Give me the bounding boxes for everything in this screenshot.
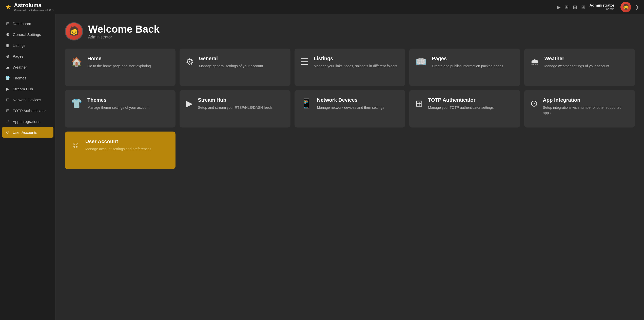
card-pages[interactable]: 📖 Pages Create and publish information p… — [409, 49, 520, 86]
card-user-account[interactable]: ☺ User Account Manage account settings a… — [65, 132, 175, 169]
general-card-description: Manage general settings of your account — [199, 63, 263, 69]
network-devices-icon: ⊡ — [5, 97, 10, 102]
sidebar-label-weather: Weather — [13, 65, 27, 69]
totp-card-content: TOTP Authenticator Manage your TOTP auth… — [428, 97, 494, 110]
logo-area: ★ Astroluma Powered by Astroluma v1.0.0 — [5, 2, 53, 12]
grid-icon[interactable]: ⊟ — [573, 4, 577, 10]
stream-hub-card-icon: ▶ — [186, 98, 193, 109]
welcome-title: Welcome Back — [88, 24, 160, 35]
listings-card-title: Listings — [314, 56, 397, 61]
app-integration-card-description: Setup integrations with number of other … — [543, 105, 629, 116]
totp-card-description: Manage your TOTP authenticator settings — [428, 105, 494, 110]
sidebar-label-listings: Listings — [13, 43, 26, 48]
display-icon[interactable]: ⊞ — [564, 4, 569, 10]
sidebar-item-pages[interactable]: ⊕ Pages — [0, 51, 55, 62]
sidebar-item-weather[interactable]: ☁ Weather — [0, 62, 55, 73]
sidebar-item-dashboard[interactable]: ⊞ Dashboard — [0, 18, 55, 29]
video-icon[interactable]: ▶ — [557, 4, 560, 10]
themes-card-description: Manage theme settings of your account — [87, 105, 149, 110]
user-info: Administrator admin — [590, 3, 614, 11]
themes-card-icon: 👕 — [71, 98, 82, 109]
pages-card-description: Create and publish information packed pa… — [432, 63, 503, 69]
app-integrations-icon: ↗ — [5, 119, 10, 124]
pages-card-icon: 📖 — [415, 57, 427, 67]
welcome-avatar: 🧔 — [65, 22, 83, 40]
network-devices-card-content: Network Devices Manage network devices a… — [317, 97, 384, 110]
card-app-integration[interactable]: ⊙ App Integration Setup integrations wit… — [524, 90, 635, 127]
header-right: ▶ ⊞ ⊟ ⊞ Administrator admin 🧔 ❯ — [557, 2, 639, 12]
general-card-title: General — [199, 56, 263, 61]
dashboard-icon: ⊞ — [5, 21, 10, 26]
pages-card-title: Pages — [432, 56, 503, 61]
user-account-card-description: Manage account settings and preferences — [85, 146, 151, 152]
sidebar-label-network-devices: Network Devices — [13, 98, 41, 102]
weather-card-content: Weather Manage weather settings of your … — [544, 56, 609, 69]
sidebar-item-stream-hub[interactable]: ▶ Stream Hub — [0, 83, 55, 94]
sidebar-item-general-settings[interactable]: ⚙ General Settings — [0, 29, 55, 40]
chevron-right-icon[interactable]: ❯ — [635, 4, 639, 10]
sidebar-label-pages: Pages — [13, 54, 24, 58]
user-account-card-icon: ☺ — [71, 140, 80, 150]
sidebar-item-themes[interactable]: 👕 Themes — [0, 73, 55, 83]
stream-hub-card-title: Stream Hub — [198, 97, 272, 103]
sidebar: ⊞ Dashboard ⚙ General Settings ▦ Listing… — [0, 14, 56, 320]
themes-card-content: Themes Manage theme settings of your acc… — [87, 97, 149, 110]
stream-hub-icon: ▶ — [5, 87, 10, 91]
cards-row-2: 👕 Themes Manage theme settings of your a… — [65, 90, 635, 127]
sidebar-item-user-accounts[interactable]: ☺ User Accounts — [2, 127, 53, 138]
weather-card-title: Weather — [544, 56, 609, 61]
card-network-devices[interactable]: 📱 Network Devices Manage network devices… — [295, 90, 405, 127]
pages-card-content: Pages Create and publish information pac… — [432, 56, 503, 69]
home-card-description: Go to the home page and start exploring — [87, 63, 151, 69]
user-account-card-content: User Account Manage account settings and… — [85, 139, 151, 152]
totp-card-title: TOTP Authenticator — [428, 97, 494, 103]
card-stream-hub[interactable]: ▶ Stream Hub Setup and stream your RTSP/… — [180, 90, 290, 127]
app-integration-card-content: App Integration Setup integrations with … — [543, 97, 629, 116]
sidebar-label-stream-hub: Stream Hub — [13, 87, 33, 91]
home-card-icon: 🏠 — [71, 57, 82, 67]
general-card-content: General Manage general settings of your … — [199, 56, 263, 69]
sidebar-item-app-integrations[interactable]: ↗ App Integrations — [0, 116, 55, 127]
card-weather[interactable]: 🌧 Weather Manage weather settings of you… — [524, 49, 635, 86]
listings-card-description: Manage your links, todos, snippets in di… — [314, 63, 397, 69]
totp-card-icon: ⊞ — [415, 98, 423, 109]
card-totp[interactable]: ⊞ TOTP Authenticator Manage your TOTP au… — [409, 90, 520, 127]
weather-card-description: Manage weather settings of your account — [544, 63, 609, 69]
network-devices-card-description: Manage network devices and their setting… — [317, 105, 384, 110]
home-card-title: Home — [87, 56, 151, 61]
sidebar-item-listings[interactable]: ▦ Listings — [0, 40, 55, 51]
sidebar-item-network-devices[interactable]: ⊡ Network Devices — [0, 94, 55, 105]
main-content: 🧔 Welcome Back Administrator 🏠 Home Go t… — [56, 14, 644, 320]
sidebar-label-app-integrations: App Integrations — [13, 119, 40, 124]
card-themes[interactable]: 👕 Themes Manage theme settings of your a… — [65, 90, 175, 127]
sidebar-item-totp[interactable]: ⊞ TOTP Authenticator — [0, 105, 55, 116]
app-title: Astroluma — [14, 2, 53, 9]
sidebar-label-themes: Themes — [13, 76, 26, 80]
top-header: ★ Astroluma Powered by Astroluma v1.0.0 … — [0, 0, 644, 14]
cards-row-1: 🏠 Home Go to the home page and start exp… — [65, 49, 635, 86]
listings-card-icon: ☰ — [301, 57, 309, 67]
sidebar-label-dashboard: Dashboard — [13, 22, 31, 26]
qr-icon[interactable]: ⊞ — [581, 4, 586, 10]
sidebar-label-general-settings: General Settings — [13, 32, 41, 37]
themes-card-title: Themes — [87, 97, 149, 103]
welcome-header: 🧔 Welcome Back Administrator — [65, 22, 635, 40]
listings-card-content: Listings Manage your links, todos, snipp… — [314, 56, 397, 69]
user-name: Administrator — [590, 3, 614, 7]
general-card-icon: ⚙ — [186, 57, 194, 67]
sidebar-label-totp: TOTP Authenticator — [13, 109, 46, 113]
network-devices-card-icon: 📱 — [301, 98, 312, 109]
cards-row-3: ☺ User Account Manage account settings a… — [65, 132, 635, 169]
listings-icon: ▦ — [5, 43, 10, 48]
user-account-card-title: User Account — [85, 139, 151, 144]
card-general[interactable]: ⚙ General Manage general settings of you… — [180, 49, 290, 86]
app-integration-card-icon: ⊙ — [530, 98, 538, 109]
logo-text: Astroluma Powered by Astroluma v1.0.0 — [14, 2, 53, 12]
stream-hub-card-description: Setup and stream your RTSP/HLS/DASH feed… — [198, 105, 272, 110]
card-home[interactable]: 🏠 Home Go to the home page and start exp… — [65, 49, 175, 86]
avatar[interactable]: 🧔 — [620, 2, 631, 12]
app-subtitle: Powered by Astroluma v1.0.0 — [14, 9, 53, 12]
totp-icon: ⊞ — [5, 108, 10, 113]
pages-icon: ⊕ — [5, 54, 10, 59]
card-listings[interactable]: ☰ Listings Manage your links, todos, sni… — [295, 49, 405, 86]
